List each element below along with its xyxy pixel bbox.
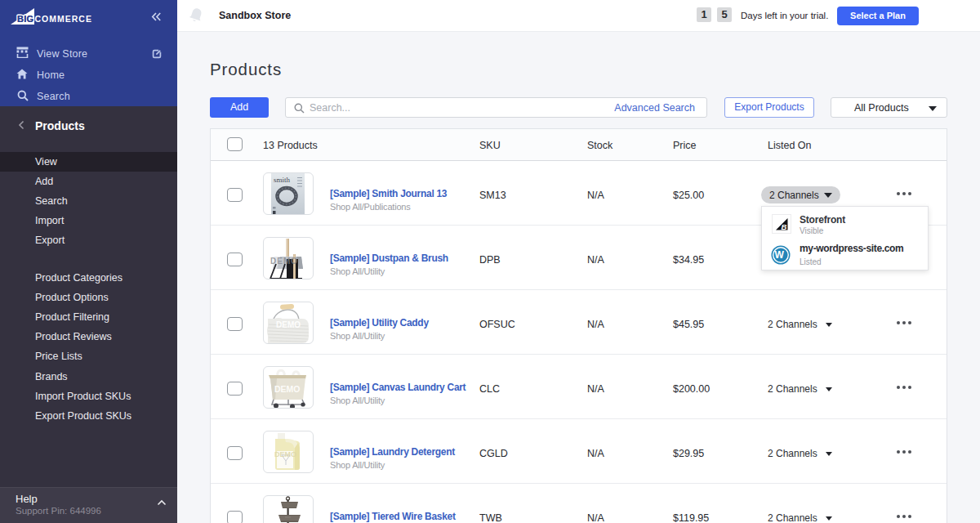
svg-text:DEMO: DEMO xyxy=(274,384,301,394)
svg-text:smith: smith xyxy=(274,176,291,184)
svg-text:DEMO: DEMO xyxy=(270,257,298,266)
svg-text:B: B xyxy=(782,222,787,231)
svg-text:W: W xyxy=(775,249,785,261)
svg-text:DEMO: DEMO xyxy=(276,320,301,329)
svg-text:BIG: BIG xyxy=(17,14,33,24)
svg-text:COMMERCE: COMMERCE xyxy=(35,14,92,24)
svg-text:DEMO: DEMO xyxy=(274,450,296,458)
